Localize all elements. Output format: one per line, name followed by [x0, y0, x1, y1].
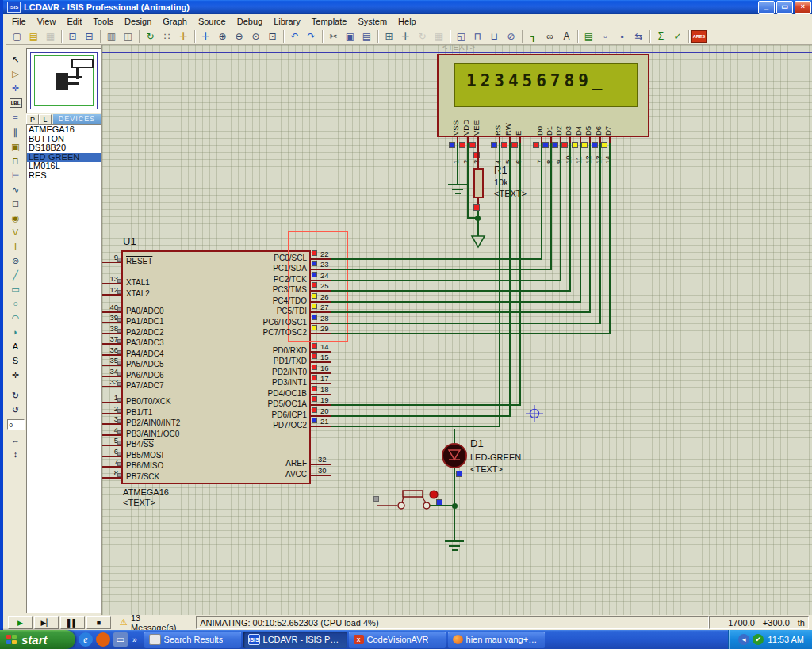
menu-view[interactable]: View [32, 16, 62, 27]
rotate-anticlockwise[interactable]: ↺ [8, 403, 24, 417]
mark-output-area-button[interactable]: ◫ [120, 29, 136, 44]
2d-line-mode[interactable]: ╱ [8, 268, 24, 282]
make-device-button[interactable]: ⊓ [469, 29, 486, 44]
wire[interactable] [331, 311, 591, 313]
save-design-button[interactable]: ▦ [42, 29, 59, 44]
cut-button[interactable]: ✂ [325, 29, 342, 44]
rotate-clockwise[interactable]: ↻ [8, 388, 24, 403]
stop-button[interactable]: ■ [86, 616, 111, 629]
wire[interactable] [560, 143, 561, 281]
wire[interactable] [331, 333, 611, 334]
redraw-button[interactable]: ↻ [142, 29, 159, 44]
menu-source[interactable]: Source [193, 16, 232, 27]
terminals-mode[interactable]: ⊓ [8, 154, 24, 168]
wire[interactable] [331, 404, 521, 406]
2d-box-mode[interactable]: ▭ [8, 282, 24, 296]
goto-sheet-button[interactable]: ⇆ [630, 29, 647, 44]
wire[interactable] [467, 143, 469, 218]
generator-mode[interactable]: ◉ [8, 211, 24, 225]
wire[interactable] [541, 143, 542, 260]
device-item-ds18b20[interactable]: DS18B20 [27, 143, 102, 153]
message-panel[interactable]: ⚠ 13 Message(s) [116, 616, 191, 629]
remove-sheet-button[interactable]: ▪ [614, 29, 630, 44]
wire[interactable] [457, 143, 458, 184]
menu-system[interactable]: System [352, 16, 393, 27]
design-explorer-button[interactable]: ▤ [580, 29, 597, 44]
pick-device-button[interactable]: ◱ [453, 29, 469, 44]
2d-symbol-mode[interactable]: S [8, 353, 24, 368]
rotation-angle-input[interactable]: 0 [7, 419, 25, 430]
wire[interactable] [331, 280, 561, 281]
block-copy-button[interactable]: ⊞ [381, 29, 397, 44]
block-delete-button[interactable]: ▦ [431, 29, 447, 44]
new-design-button[interactable]: ▢ [9, 29, 25, 44]
wire[interactable] [331, 301, 581, 303]
zoom-out-button[interactable]: ⊖ [231, 29, 247, 44]
pan-button[interactable]: ✛ [197, 29, 214, 44]
2d-text-mode[interactable]: A [8, 339, 24, 353]
decompose-button[interactable]: ⊘ [503, 29, 519, 44]
electrical-rule-check-button[interactable]: ✓ [669, 29, 686, 44]
wire[interactable] [477, 220, 479, 236]
device-pins-mode[interactable]: ⊢ [8, 168, 24, 182]
quick-launch-chevron[interactable]: » [132, 636, 137, 644]
netlist-to-ares-button[interactable]: ARES [691, 30, 707, 43]
play-button[interactable]: ▶ [8, 616, 33, 629]
resistor-r1[interactable] [473, 168, 484, 198]
export-section-button[interactable]: ⊟ [81, 29, 98, 44]
schematic-canvas[interactable]: <TEXT> 123456789_ R1 10k <TEXT> U1 ATMEG… [102, 45, 812, 615]
internet-explorer-icon[interactable]: e [79, 632, 93, 647]
wire[interactable] [430, 505, 454, 506]
mirror-horizontal[interactable]: ↔ [8, 433, 24, 447]
voltage-probe-mode[interactable]: V [8, 225, 24, 239]
wire[interactable] [550, 143, 552, 270]
firefox-icon[interactable] [96, 632, 110, 647]
step-button[interactable]: ▶▏ [34, 616, 59, 629]
taskbar-task[interactable]: ISISLCDAVR - ISIS Profes... [243, 632, 347, 648]
menu-design[interactable]: Design [119, 16, 157, 27]
pause-button[interactable]: ▌▌ [60, 616, 85, 629]
print-button[interactable]: ▥ [103, 29, 120, 44]
paste-button[interactable]: ▤ [358, 29, 375, 44]
menu-file[interactable]: File [6, 16, 32, 27]
wire[interactable] [599, 143, 601, 324]
zoom-area-button[interactable]: ⊡ [264, 29, 281, 44]
markers-mode[interactable]: ✛ [8, 368, 24, 382]
wire-label-mode[interactable]: LBL [10, 98, 22, 108]
menu-template[interactable]: Template [306, 16, 353, 27]
false-origin-button[interactable]: ✛ [175, 29, 192, 44]
wire[interactable] [589, 143, 591, 313]
open-design-button[interactable]: ▤ [25, 29, 42, 44]
menu-graph[interactable]: Graph [157, 16, 193, 27]
show-desktop-icon[interactable]: ▭ [113, 632, 128, 647]
selection-mode[interactable]: ↖ [8, 52, 24, 67]
bill-of-materials-button[interactable]: Σ [653, 29, 669, 44]
packaging-tool-button[interactable]: ⊔ [486, 29, 503, 44]
block-move-button[interactable]: ✛ [397, 29, 414, 44]
minimize-button[interactable]: _ [758, 1, 775, 14]
wire[interactable] [609, 143, 611, 334]
new-sheet-button[interactable]: ▫ [597, 29, 614, 44]
wire[interactable] [331, 269, 552, 270]
2d-path-mode[interactable]: ◗ [8, 325, 24, 339]
wire[interactable] [569, 143, 571, 292]
menu-tools[interactable]: Tools [87, 16, 119, 27]
wire[interactable] [331, 415, 511, 417]
taskbar-task[interactable]: XCodeVisionAVR [349, 632, 446, 648]
menu-edit[interactable]: Edit [61, 16, 87, 27]
device-item-atmega16[interactable]: ATMEGA16 [27, 125, 102, 135]
wire[interactable] [454, 508, 455, 540]
security-shield-icon[interactable]: ✔ [753, 634, 764, 645]
start-button[interactable]: start [0, 630, 75, 649]
wire[interactable] [454, 429, 455, 444]
current-probe-mode[interactable]: I [8, 239, 24, 254]
undo-button[interactable]: ↶ [286, 29, 303, 44]
subcircuit-mode[interactable]: ▣ [8, 139, 24, 154]
menu-library[interactable]: Library [268, 16, 306, 27]
wire[interactable] [331, 426, 500, 427]
2d-arc-mode[interactable]: ◠ [8, 311, 24, 325]
overview-minimap[interactable] [26, 48, 102, 113]
redo-button[interactable]: ↷ [303, 29, 320, 44]
zoom-in-button[interactable]: ⊕ [214, 29, 231, 44]
zoom-all-button[interactable]: ⊙ [247, 29, 264, 44]
